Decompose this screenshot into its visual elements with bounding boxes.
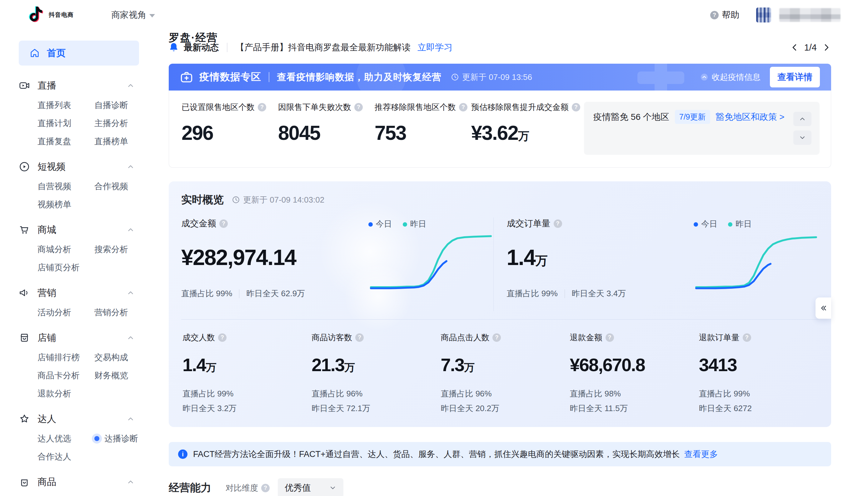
sidebar-item[interactable]: 活动分析 [38,307,94,318]
sidebar-item[interactable]: 合作视频 [94,181,139,192]
sidebar-item[interactable]: 退款分析 [38,388,94,399]
sidebar-item[interactable]: 自营视频 [38,181,94,192]
covid-stats-panel: 已设置限售地区个数 296 因限售下单失败次数 8045 推荐移除限售地区个数 [169,91,831,168]
question-tooltip-icon[interactable] [554,219,562,228]
view-switcher-label: 商家视角 [111,9,146,21]
fact-more-link[interactable]: 查看更多 [684,449,718,460]
sidebar-section-label: 商城 [38,223,56,236]
sidebar-section-product-header[interactable]: 商品 [19,475,139,490]
logo-text: 抖音电商 罗盘·经营 [49,11,74,19]
sidebar-item[interactable]: 店铺页分析 [38,262,94,273]
covid-detail-button[interactable]: 查看详情 [770,67,820,88]
banner-decoration-plus [638,64,684,91]
sidebar-item[interactable]: 搜索分析 [94,244,139,255]
question-tooltip-icon[interactable] [354,103,363,111]
covid-exempt-policy-link[interactable]: 豁免地区和政策 > [716,111,784,123]
covid-stat-label: 已设置限售地区个数 [181,102,255,113]
chevron-down-icon [149,14,155,17]
question-tooltip-icon[interactable] [219,219,228,228]
sidebar-section-marketing-header[interactable]: 营销 [19,285,139,300]
chevron-down-icon [799,134,806,141]
live-share-text: 直播占比 99% [699,388,818,399]
help-button[interactable]: 帮助 [710,9,739,21]
app-logo[interactable]: 抖音电商 罗盘·经营 [28,5,74,24]
scroll-up-button[interactable] [793,112,811,126]
question-tooltip-icon[interactable] [459,103,467,111]
yesterday-total-text: 昨日全天 3.2万 [182,403,301,414]
covid-updated-at: 更新于 07-09 13:56 [451,72,532,83]
metric-label-row: 商品访客数 [312,332,430,343]
divider [181,319,819,320]
sidebar-item[interactable]: 直播计划 [38,118,94,129]
covid-stat: 已设置限售地区个数 296 [181,102,278,144]
chevron-up-icon[interactable] [126,415,135,423]
question-tooltip-icon[interactable] [218,334,226,342]
question-tooltip-icon[interactable] [605,334,614,342]
live-share-text: 直播占比 98% [570,388,688,399]
sidebar-item[interactable]: 直播列表 [38,100,94,110]
covid-exempt-line: 疫情豁免 56 个地区 7/9更新 豁免地区和政策 > [593,110,810,124]
panel-collapse-handle[interactable] [815,297,831,319]
chevron-up-icon[interactable] [126,289,135,297]
question-tooltip-icon[interactable] [743,334,751,342]
fact-notice-banner: FACT经营方法论全面升级！FACT+通过自营、达人、货品、服务、人群、营销，抓… [169,442,831,466]
orders-value: 1.4万 [507,245,694,270]
user-name-redacted[interactable] [779,8,840,22]
realtime-header: 实时概览 更新于 07-09 14:03:02 [181,192,819,207]
sidebar-item-home[interactable]: 首页 [19,41,139,65]
covid-stat-label-row: 推荐移除限售地区个数 [375,102,471,113]
sidebar-item[interactable]: 直播榜单 [94,136,139,147]
question-tooltip-icon[interactable] [355,334,364,342]
chevron-up-icon[interactable] [126,478,135,486]
sidebar-item[interactable]: 商品卡分析 [38,370,94,381]
sidebar-item[interactable]: 店铺排行榜 [38,352,94,363]
covid-stat-label-row: 因限售下单失败次数 [278,102,375,113]
question-tooltip-icon[interactable] [572,103,580,111]
covid-stat-value: 753 [375,121,471,144]
gmv-subtext: 直播占比 99% 昨日全天 62.9万 [181,288,369,299]
sidebar-item[interactable]: 商城分析 [38,244,94,255]
play-circle-icon [19,161,30,172]
chevron-up-icon[interactable] [126,334,135,342]
sidebar-item[interactable]: 视频榜单 [38,199,94,210]
metric-label: 成交订单量 [507,218,551,229]
double-chevron-left-icon [819,304,828,313]
view-switcher-dropdown[interactable]: 商家视角 [111,9,155,21]
sidebar-section-live-header[interactable]: 直播 [19,78,139,93]
question-tooltip-icon[interactable] [492,334,501,342]
gmv-value: ¥282,974.14 [181,245,369,270]
capability-title: 经营能力 [169,481,211,495]
sidebar-item[interactable]: 营销分析 [94,307,139,318]
covid-exempt-update-badge: 7/9更新 [675,110,710,124]
question-tooltip-icon[interactable] [261,484,270,492]
benchmark-select-dropdown[interactable]: 优秀值 [278,478,343,496]
covid-stat: 因限售下单失败次数 8045 [278,102,375,144]
covid-collapse-toggle[interactable]: 收起疫情信息 [700,72,761,83]
sidebar-section-video-header[interactable]: 短视频 [19,159,139,174]
sidebar-item[interactable]: 主播分析 [94,118,139,129]
sidebar-item[interactable]: 直播复盘 [38,136,94,147]
sidebar-section-mall-header[interactable]: 商城 [19,222,139,237]
chart-legend: 今日 昨日 [694,218,819,230]
megaphone-icon [19,287,30,298]
sidebar-item[interactable]: 自播诊断 [94,100,139,110]
yesterday-dot-icon [403,222,407,227]
refund-amount-metric-tile: 退款金额 ¥68,670.8 直播占比 98% 昨日全天 11.5万 [569,330,690,414]
legend-today: 今日 [694,218,717,229]
sidebar-section-label: 达人 [38,413,56,425]
sidebar-item[interactable]: 交易构成 [94,352,139,363]
sidebar-item[interactable]: 达人优选 [38,433,94,444]
sidebar-item[interactable]: 合作达人 [38,451,94,462]
sidebar-section-shop-header[interactable]: 店铺 [19,330,139,345]
sidebar-section-influencer-header[interactable]: 达人 [19,412,139,427]
chevron-up-icon[interactable] [126,162,135,171]
covid-updated-text: 更新于 07-09 13:56 [462,72,532,83]
chevron-up-icon[interactable] [126,81,135,90]
sidebar-item-with-badge[interactable]: 达播诊断 [94,433,139,444]
benchmark-selected-value: 优秀值 [285,482,311,494]
scroll-down-button[interactable] [793,130,811,145]
sidebar-item[interactable]: 财务概览 [94,370,139,381]
user-avatar[interactable] [756,7,771,22]
chevron-up-icon[interactable] [126,226,135,234]
question-tooltip-icon[interactable] [258,103,266,111]
